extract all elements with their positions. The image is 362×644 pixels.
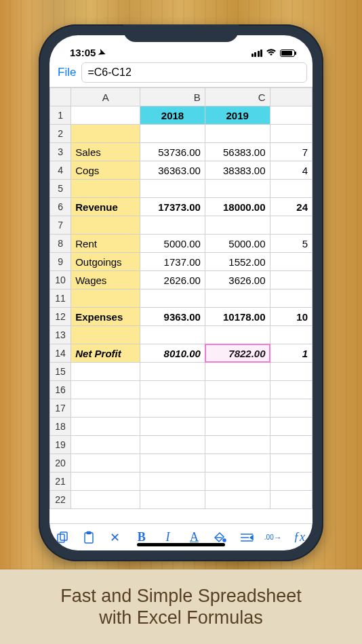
col-header-A[interactable]: A [71, 88, 140, 106]
cell-C1[interactable]: 2019 [205, 106, 270, 125]
cell-C7[interactable] [205, 216, 270, 235]
cell-D3[interactable]: 7 [270, 143, 312, 161]
row-header-18[interactable]: 18 [50, 418, 71, 436]
cell-D14[interactable]: 1 [270, 344, 312, 363]
cell-A16[interactable] [71, 381, 140, 399]
cell-B17[interactable] [140, 399, 205, 418]
cell-D17[interactable] [270, 399, 312, 418]
cell-B12[interactable]: 9363.00 [140, 308, 205, 326]
cell-A5[interactable] [71, 180, 140, 198]
row-header-17[interactable]: 17 [50, 399, 71, 418]
cell-B3[interactable]: 53736.00 [140, 143, 205, 161]
cell-A4[interactable]: Cogs [71, 161, 140, 180]
row-header-13[interactable]: 13 [50, 326, 71, 344]
cell-A9[interactable]: Outgoings [71, 253, 140, 271]
cell-B4[interactable]: 36363.00 [140, 161, 205, 180]
cell-C12[interactable]: 10178.00 [205, 308, 270, 326]
cell-B1[interactable]: 2018 [140, 106, 205, 125]
cell-B13[interactable] [140, 326, 205, 344]
cell-C6[interactable]: 18000.00 [205, 198, 270, 216]
cell-A8[interactable]: Rent [71, 235, 140, 253]
cell-D19[interactable] [270, 436, 312, 454]
cell-D16[interactable] [270, 381, 312, 399]
row-header-7[interactable]: 7 [50, 216, 71, 235]
cell-C10[interactable]: 3626.00 [205, 271, 270, 289]
cell-B6[interactable]: 17373.00 [140, 198, 205, 216]
cell-D2[interactable] [270, 125, 312, 143]
cell-B21[interactable] [140, 472, 205, 491]
cell-A14[interactable]: Net Profit [71, 344, 140, 363]
cell-D10[interactable] [270, 271, 312, 289]
cell-B14[interactable]: 8010.00 [140, 344, 205, 363]
cell-D8[interactable]: 5 [270, 235, 312, 253]
cell-D13[interactable] [270, 326, 312, 344]
row-header-2[interactable]: 2 [50, 125, 71, 143]
row-header-3[interactable]: 3 [50, 143, 71, 161]
italic-icon[interactable]: I [159, 530, 178, 544]
font-color-icon[interactable]: A [184, 530, 203, 544]
cell-C18[interactable] [205, 418, 270, 436]
cell-A12[interactable]: Expenses [71, 308, 140, 326]
cell-C19[interactable] [205, 436, 270, 454]
spreadsheet-grid[interactable]: A B C 12018201923Sales53736.0056383.0074… [49, 87, 313, 523]
row-header-20[interactable]: 20 [50, 454, 71, 472]
cell-C14[interactable]: 7822.00 [205, 344, 270, 363]
row-header-12[interactable]: 12 [50, 308, 71, 326]
cell-B19[interactable] [140, 436, 205, 454]
cell-D12[interactable]: 10 [270, 308, 312, 326]
cell-C22[interactable] [205, 491, 270, 509]
row-header-19[interactable]: 19 [50, 436, 71, 454]
cell-C8[interactable]: 5000.00 [205, 235, 270, 253]
cell-D11[interactable] [270, 289, 312, 308]
cell-D9[interactable] [270, 253, 312, 271]
row-header-4[interactable]: 4 [50, 161, 71, 180]
cell-C3[interactable]: 56383.00 [205, 143, 270, 161]
align-icon[interactable] [237, 532, 256, 543]
cell-D4[interactable]: 4 [270, 161, 312, 180]
cell-B11[interactable] [140, 289, 205, 308]
cell-A7[interactable] [71, 216, 140, 235]
cell-B8[interactable]: 5000.00 [140, 235, 205, 253]
cell-D20[interactable] [270, 454, 312, 472]
cell-C17[interactable] [205, 399, 270, 418]
cell-D18[interactable] [270, 418, 312, 436]
row-header-14[interactable]: 14 [50, 344, 71, 363]
cell-C11[interactable] [205, 289, 270, 308]
cell-D22[interactable] [270, 491, 312, 509]
cell-B18[interactable] [140, 418, 205, 436]
col-header-B[interactable]: B [140, 88, 205, 106]
row-header-22[interactable]: 22 [50, 491, 71, 509]
cell-A2[interactable] [71, 125, 140, 143]
row-header-1[interactable]: 1 [50, 106, 71, 125]
cell-C21[interactable] [205, 472, 270, 491]
formula-input[interactable]: =C6-C12 [81, 62, 307, 83]
row-header-8[interactable]: 8 [50, 235, 71, 253]
cell-B20[interactable] [140, 454, 205, 472]
cell-C9[interactable]: 1552.00 [205, 253, 270, 271]
cell-B2[interactable] [140, 125, 205, 143]
cell-A17[interactable] [71, 399, 140, 418]
cell-A21[interactable] [71, 472, 140, 491]
cell-A22[interactable] [71, 491, 140, 509]
row-header-15[interactable]: 15 [50, 363, 71, 381]
cell-A20[interactable] [71, 454, 140, 472]
col-header-D[interactable] [270, 88, 312, 106]
cell-A18[interactable] [71, 418, 140, 436]
home-indicator[interactable] [137, 543, 225, 546]
copy-icon[interactable] [53, 531, 72, 544]
bold-icon[interactable]: B [132, 530, 151, 544]
col-header-C[interactable]: C [205, 88, 270, 106]
cell-A11[interactable] [71, 289, 140, 308]
cell-D5[interactable] [270, 180, 312, 198]
row-header-10[interactable]: 10 [50, 271, 71, 289]
cell-D7[interactable] [270, 216, 312, 235]
row-header-11[interactable]: 11 [50, 289, 71, 308]
cell-C20[interactable] [205, 454, 270, 472]
decimals-icon[interactable]: .00→ [264, 533, 283, 542]
cell-A13[interactable] [71, 326, 140, 344]
cell-C4[interactable]: 38383.00 [205, 161, 270, 180]
paste-icon[interactable] [79, 531, 98, 544]
cell-B10[interactable]: 2626.00 [140, 271, 205, 289]
row-header-6[interactable]: 6 [50, 198, 71, 216]
cell-D6[interactable]: 24 [270, 198, 312, 216]
